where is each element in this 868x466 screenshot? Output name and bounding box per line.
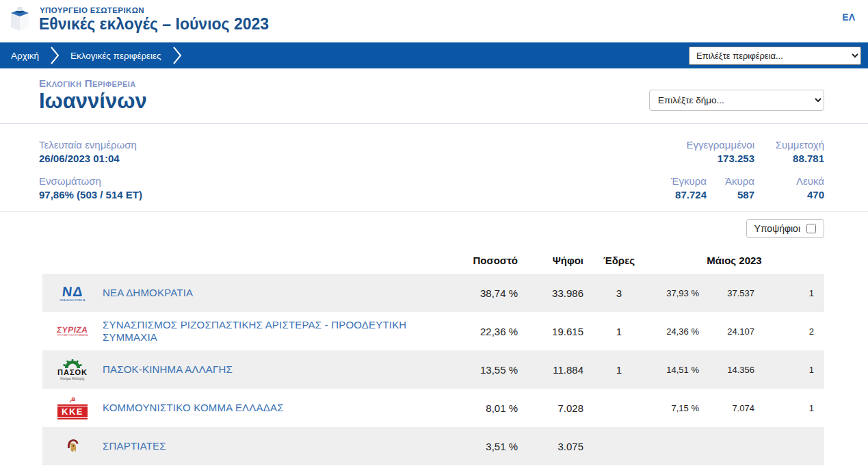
- table-row: ΣΠΑΡΤΙΑΤΕΣ 3,51 % 3.075: [42, 427, 824, 465]
- party-name-link[interactable]: ΚΟΜΜΟΥΝΙΣΤΙΚΟ ΚΟΜΜΑ ΕΛΛΑΔΑΣ: [103, 402, 284, 413]
- registered-label: Εγγεγραμμένοι: [618, 139, 754, 151]
- header-votes: Ψήφοι: [518, 255, 583, 266]
- spartan-helmet-icon: [66, 438, 79, 454]
- kke-logo-icon: ☭ ΚΚΕ: [42, 396, 103, 419]
- registered-value: 173.253: [618, 153, 754, 164]
- valid-stat: Έγκυρα 87.724: [618, 175, 707, 200]
- may-seats-cell: 1: [754, 365, 814, 375]
- blank-value: 470: [754, 189, 824, 200]
- header-percent: Ποσοστό: [443, 255, 518, 266]
- integration: Ενσωμάτωση 97,86% (503 / 514 ΕΤ): [39, 175, 142, 200]
- region-label: Εκλογικη Περιφερεια: [39, 77, 135, 89]
- stats-section: Τελευταία ενημέρωση 26/06/2023 01:04 Ενσ…: [0, 124, 868, 212]
- table-row: ☭ ΚΚΕ ΚΟΜΜΟΥΝΙΣΤΙΚΟ ΚΟΜΜΑ ΕΛΛΑΔΑΣ 8,01 %…: [42, 389, 824, 427]
- header-seats: Έδρες: [583, 255, 655, 266]
- candidates-toggle-button[interactable]: Υποψήφιοι: [746, 219, 824, 238]
- table-row: ΝΔ ΝΕΑ ΔΗΜΟΚΡΑΤΙΑ ΝΕΑ ΔΗΜΟΚΡΑΤΙΑ 38,74 %…: [42, 274, 824, 312]
- turnout-stat: Συμμετοχή 88.781: [754, 139, 824, 164]
- stats-left: Τελευταία ενημέρωση 26/06/2023 01:04 Ενσ…: [39, 139, 142, 200]
- ballot-box-icon: [8, 5, 31, 32]
- breadcrumb-home-link[interactable]: Αρχική: [0, 51, 50, 61]
- valid-label: Έγκυρα: [618, 175, 707, 187]
- region-heading-section: Εκλογικη Περιφερεια Ιωαννίνων Επιλέξτε δ…: [0, 68, 868, 124]
- may-percent-cell: 7,15 %: [655, 403, 699, 413]
- may-seats-cell: 2: [754, 326, 814, 337]
- may-votes-cell: 37.537: [699, 288, 754, 298]
- top-header: ΥΠΟΥΡΓΕΙΟ ΕΣΩΤΕΡΙΚΩΝ Εθνικές εκλογές – Ι…: [0, 0, 868, 42]
- table-header-row: Ποσοστό Ψήφοι Έδρες Μάιος 2023: [42, 246, 824, 274]
- percent-cell: 13,55 %: [443, 364, 518, 376]
- invalid-label: Άκυρα: [707, 175, 754, 187]
- language-switcher[interactable]: ΕΛ: [842, 12, 855, 23]
- blank-stat: Λευκά 470: [754, 175, 824, 200]
- percent-cell: 22,36 %: [443, 326, 518, 337]
- valid-value: 87.724: [618, 189, 707, 200]
- votes-cell: 11.884: [518, 364, 583, 376]
- votes-cell: 33.986: [518, 287, 583, 299]
- may-seats-cell: 1: [754, 403, 814, 413]
- votes-cell: 19.615: [518, 326, 583, 337]
- header-may-2023: Μάιος 2023: [655, 255, 814, 266]
- chevron-right-icon: [50, 46, 60, 65]
- invalid-value: 587: [707, 189, 754, 200]
- turnout-value: 88.781: [754, 153, 824, 164]
- seats-cell: 3: [583, 287, 655, 299]
- last-update-value: 26/06/2023 01:04: [39, 153, 142, 164]
- page: ΥΠΟΥΡΓΕΙΟ ΕΣΩΤΕΡΙΚΩΝ Εθνικές εκλογές – Ι…: [0, 0, 868, 466]
- seats-cell: 1: [583, 326, 655, 337]
- municipality-dropdown[interactable]: Επιλέξτε δήμο...: [649, 90, 824, 111]
- invalid-stat: Άκυρα 587: [707, 175, 754, 200]
- may-votes-cell: 24.107: [699, 326, 754, 337]
- integration-value: 97,86% (503 / 514 ΕΤ): [39, 189, 142, 200]
- may-votes-cell: 14.356: [699, 365, 754, 375]
- region-dropdown[interactable]: Επιλέξτε περιφέρεια...: [689, 47, 861, 65]
- percent-cell: 8,01 %: [443, 402, 518, 414]
- may-votes-cell: 7.074: [699, 403, 754, 413]
- seats-cell: 1: [583, 364, 655, 376]
- stats-right: Εγγεγραμμένοι 173.253 Συμμετοχή 88.781 Έ…: [618, 139, 824, 200]
- turnout-label: Συμμετοχή: [754, 139, 824, 151]
- ministry-name: ΥΠΟΥΡΓΕΙΟ ΕΣΩΤΕΡΙΚΩΝ: [40, 6, 144, 14]
- last-update: Τελευταία ενημέρωση 26/06/2023 01:04: [39, 139, 142, 164]
- party-name-link[interactable]: ΣΠΑΡΤΙΑΤΕΣ: [103, 440, 166, 452]
- page-title: Εθνικές εκλογές – Ιούνιος 2023: [39, 15, 269, 34]
- chevron-right-icon: [172, 46, 182, 65]
- votes-cell: 7.028: [518, 402, 583, 414]
- may-percent-cell: 14,51 %: [655, 365, 699, 375]
- percent-cell: 38,74 %: [443, 287, 518, 299]
- may-seats-cell: 1: [754, 288, 814, 298]
- table-row: ΣΥΡΙΖΑ ΠΡΟΟΔΕΥΤΙΚΗ ΣΥΜΜΑΧΙΑ ΣΥΝΑΣΠΙΣΜΟΣ …: [42, 312, 824, 350]
- breadcrumb: Αρχική Εκλογικές περιφέρειες Επιλέξτε πε…: [0, 42, 868, 68]
- party-name-link[interactable]: ΣΥΝΑΣΠΙΣΜΟΣ ΡΙΖΟΣΠΑΣΤΙΚΗΣ ΑΡΙΣΤΕΡΑΣ - ΠΡ…: [103, 319, 406, 343]
- votes-cell: 3.075: [518, 441, 583, 452]
- pasok-logo-icon: ΠΑΣΟΚ Κίνημα Αλλαγής: [42, 359, 103, 380]
- table-row: ΠΑΣΟΚ Κίνημα Αλλαγής ΠΑΣΟΚ-ΚΙΝΗΜΑ ΑΛΛΑΓΗ…: [42, 350, 824, 389]
- spartiates-logo-icon: [42, 438, 103, 454]
- party-name-link[interactable]: ΝΕΑ ΔΗΜΟΚΡΑΤΙΑ: [103, 287, 193, 298]
- blank-label: Λευκά: [754, 175, 824, 187]
- pasok-sun-icon: [62, 359, 83, 368]
- may-percent-cell: 37,93 %: [655, 288, 699, 298]
- region-name: Ιωαννίνων: [39, 89, 147, 114]
- results-table: Ποσοστό Ψήφοι Έδρες Μάιος 2023 ΝΔ ΝΕΑ ΔΗ…: [42, 246, 824, 465]
- last-update-label: Τελευταία ενημέρωση: [39, 139, 142, 151]
- registered-stat: Εγγεγραμμένοι 173.253: [618, 139, 754, 164]
- percent-cell: 3,51 %: [443, 441, 518, 452]
- candidates-checkbox[interactable]: [806, 224, 816, 233]
- may-percent-cell: 24,36 %: [655, 326, 699, 337]
- breadcrumb-districts-link[interactable]: Εκλογικές περιφέρειες: [60, 51, 172, 61]
- integration-label: Ενσωμάτωση: [39, 175, 142, 187]
- syriza-logo-icon: ΣΥΡΙΖΑ ΠΡΟΟΔΕΥΤΙΚΗ ΣΥΜΜΑΧΙΑ: [42, 326, 103, 337]
- nea-dimokratia-logo-icon: ΝΔ ΝΕΑ ΔΗΜΟΚΡΑΤΙΑ: [42, 285, 103, 302]
- hammer-sickle-icon: ☭: [69, 396, 76, 404]
- candidates-toggle-label: Υποψήφιοι: [754, 223, 800, 234]
- party-name-link[interactable]: ΠΑΣΟΚ-ΚΙΝΗΜΑ ΑΛΛΑΓΗΣ: [103, 363, 233, 375]
